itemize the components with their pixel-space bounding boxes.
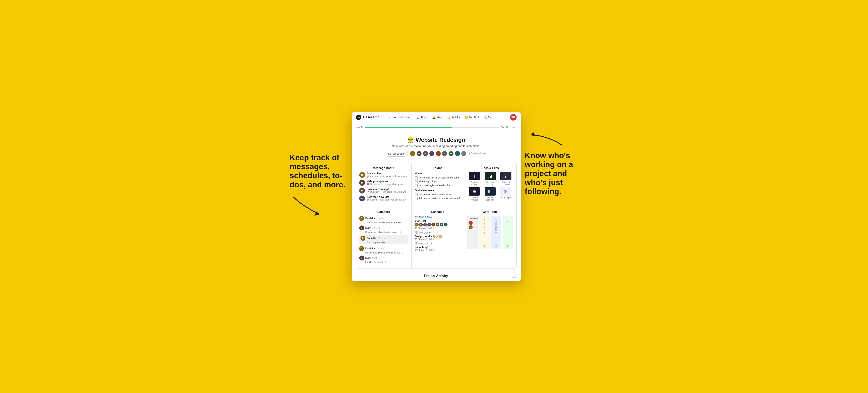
msg-avatar-2: M [359,180,365,186]
doc-item-6[interactable]: Home Layout [499,187,513,201]
msg-item-3[interactable]: D How about an app? ❓ Question — We coul… [359,188,408,194]
nav-home[interactable]: ⌂ Home [384,114,398,120]
project-activity-bar: Project Activity [351,270,521,281]
nav-home-label: Home [389,116,396,119]
nav-pings[interactable]: 💬 Pings [414,114,430,120]
ct-triage-count: 5 [476,217,479,220]
campfire-cell: Campfire D Daniella 1:49pm Thanks. We're… [356,207,411,268]
camp-msg-2: M Mark 1:61pm How about hiding the descr… [359,225,408,233]
todo-section-global: Global elements Implement header navigat… [415,189,461,200]
msg-avatar-1: D [359,172,365,178]
doc-item-1[interactable]: Concept #1.png [467,172,481,186]
project-header: 👷 Website Redesign New look for our mark… [351,132,521,161]
todo-item-5[interactable]: Add social media accounts on footer? [415,197,461,200]
camp-text-5: Looking forward to it. [359,261,408,263]
nav-lineup[interactable]: ☰ Lineup [398,114,414,120]
avatar-7: R [448,151,454,156]
ct-col-figuring: FIGURING IT OUT 6 [479,216,490,249]
schedule-title: Schedule [415,210,461,214]
camp-text-3: That's a great idea. [361,241,407,243]
main-grid: Message Board D Go-live plan 📢 Announcem… [356,163,517,268]
todo-text-1: Implement list as accordion elements [419,176,460,179]
doc-name-6: Home Layout [500,196,512,199]
msg-item-4[interactable]: M New Year, New Site 🔥 Kickoff — Our cli… [359,196,408,201]
svg-point-8 [505,175,506,176]
camp-header-4: D Daniella 2:33pm [359,246,408,251]
camp-msg-1: D Daniella 1:49pm Thanks. We're still tr… [359,216,408,224]
doc-icon-3 [504,174,507,178]
todo-section-home: Home Implement list as accordion element… [415,172,461,187]
ct-av-1: R [469,221,473,225]
nav-mystuff-label: My Stuff [469,116,479,119]
svg-rect-14 [489,190,492,193]
timeline-end: Dec 16 [500,126,508,129]
svg-point-7 [505,174,506,175]
todo-text-3: Improve keyboard navigation [419,184,451,187]
nav-hey[interactable]: 🔔 Hey! [430,114,444,120]
ct-figuring-label: FIGURING IT OUT [483,218,485,237]
msg-item-1[interactable]: D Go-live plan 📢 Announcement — We're la… [359,172,408,178]
sched-calendar-icon-3: 📅 [415,242,418,245]
project-activity-label: Project Activity [424,274,448,277]
help-button[interactable]: ? [512,272,518,278]
camp-msg-3: D Daniella 1:52pm That's a great idea. [359,235,408,244]
timeline-start: Nov 14 [356,126,364,129]
msg-subtitle-4: 🔥 Kickoff — Our client has asked us to [367,198,408,201]
ct-triage-label: TRIAGE [469,218,476,220]
todo-item-3[interactable]: Improve keyboard navigation [415,184,461,187]
svg-rect-19 [504,190,506,192]
basecamp-logo [356,114,362,120]
doc-thumb-2 [485,172,496,180]
camp-name-3: Daniella [367,237,376,240]
svg-point-9 [505,177,506,178]
nav-activity[interactable]: 🌙 Activity [445,114,462,120]
right-callout: Know who's working on a project and who'… [525,129,579,196]
camp-time-1: 1:49pm [376,217,384,220]
msg-title-2: Mid-cycle updates [367,180,408,183]
timeline-more-button[interactable]: ··· [510,125,517,130]
project-title-text: Website Redesign [416,137,465,143]
ct-col-done: DONE 7 [502,216,513,249]
ct-col-triage: TRIAGE 5 R D [467,216,478,249]
msg-subtitle-1: 📢 Announcement — We're launching on [367,175,408,178]
timeline-dates: Nov 14 Dec 16 [356,126,508,129]
todo-check-1[interactable] [415,176,417,179]
card-table-title: Card Table [467,210,513,214]
avatar-8: C [455,151,460,156]
lineup-icon: ☰ [400,116,403,119]
sched-event-name-3: Launch! 🚀 [415,246,461,249]
schedule-cell: Schedule 📅 THU, DEC 8 Staff Test D M S J… [412,207,464,268]
todo-check-4[interactable] [415,193,417,196]
doc-item-3[interactable]: Concept #3.webp [499,172,513,186]
nav-find[interactable]: 🔍 Find [481,114,495,120]
sched-day-label-2: 📅 FRI, DEC 9 [415,231,461,234]
msg-item-2[interactable]: M Mid-cycle updates ❤️ Heartbeat — Progr… [359,180,408,186]
svg-rect-4 [489,177,489,178]
sched-event-name-1: Staff Test [415,220,461,222]
todos-cell: To-dos Home Implement list as accordion … [412,163,464,207]
msg-content-2: Mid-cycle updates ❤️ Heartbeat — Progres… [367,180,408,186]
sched-day-text-2: FRI, DEC 9 [419,231,431,234]
todo-check-5[interactable] [415,197,417,200]
nav-items: ⌂ Home ☰ Lineup 💬 Pings 🔔 Hey! 🌙 Ac [384,114,510,120]
doc-thumb-4 [469,187,480,196]
camp-name-5: Mark [366,257,371,259]
sched-day-label-3: 📅 FRI, DEC 16 [415,242,461,245]
msg-title-3: How about an app? [367,188,408,191]
user-avatar[interactable]: RR [510,114,517,121]
doc-item-2[interactable]: Concept #2.png [483,172,497,186]
camp-name-2: Mark [366,227,371,229]
todo-item-2[interactable]: Make logo bigger [415,180,461,183]
camp-time-2: 1:61pm [372,227,380,229]
todo-check-2[interactable] [415,180,417,183]
ct-progress-count: 7 [495,245,497,248]
set-people-button[interactable]: Set up people [385,151,408,157]
doc-item-4[interactable]: Concept #4.webp [467,187,481,201]
todo-item-4[interactable]: Implement header navigation [415,193,461,196]
message-board-cell: Message Board D Go-live plan 📢 Announcem… [356,163,411,207]
todo-item-1[interactable]: Implement list as accordion elements [415,176,461,179]
nav-brand[interactable]: Basecamp [356,114,380,120]
todo-check-3[interactable] [415,184,417,187]
doc-item-5[interactable]: Books page.png [483,187,497,201]
nav-mystuff[interactable]: 😊 My Stuff [462,114,481,120]
